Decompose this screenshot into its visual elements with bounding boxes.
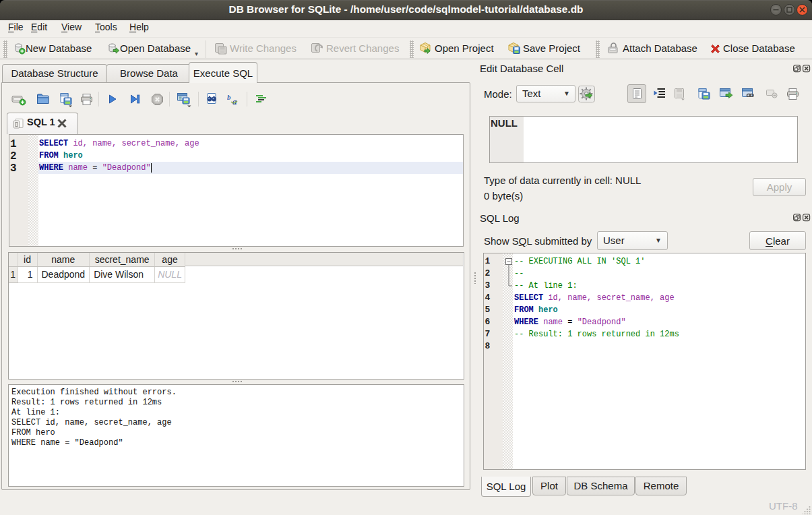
svg-text:a: a xyxy=(232,96,237,106)
svg-text:b: b xyxy=(227,93,231,101)
